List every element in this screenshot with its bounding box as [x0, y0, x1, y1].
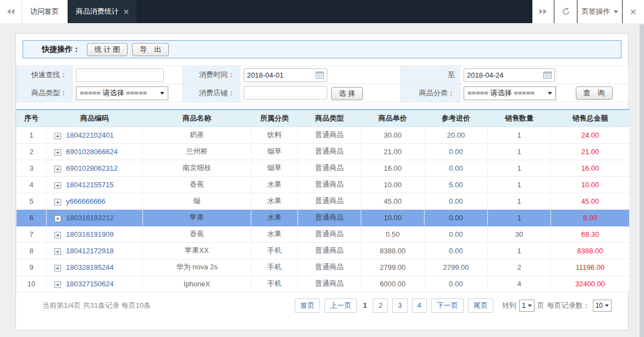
quantity-cell: 4: [488, 275, 551, 292]
unit-price-cell: 0.50: [361, 226, 425, 242]
product-code-link[interactable]: 180316191909: [66, 230, 114, 238]
page-number-button[interactable]: 4: [412, 298, 427, 313]
ref-price-cell: 0.00: [425, 160, 488, 176]
total-amount-cell: 69.30: [551, 226, 630, 242]
column-header[interactable]: 销售数量: [488, 110, 551, 127]
product-name-cell: 香蕉: [143, 226, 251, 242]
choose-shop-button[interactable]: 选 择: [331, 87, 363, 100]
table-row[interactable]: 8+180412172918苹果XX手机普通商品8388.000.0018388…: [16, 242, 630, 259]
app-window: 访问首页 商品消费统计 页签操作: [0, 0, 644, 337]
statistics-chart-button[interactable]: 统 计 图: [87, 43, 128, 56]
unit-price-cell: 8388.00: [361, 242, 425, 259]
column-header[interactable]: 商品单价: [361, 110, 425, 127]
product-code-link[interactable]: y666666666: [66, 197, 106, 205]
date-to-input[interactable]: 2018-04-24: [464, 68, 555, 82]
product-name-cell: 奶茶: [143, 127, 251, 143]
expand-row-icon[interactable]: +: [54, 215, 61, 222]
first-page-button[interactable]: 首页: [295, 298, 320, 313]
table-header-row: 序号商品编码商品名称所属分类商品类型商品单价参考进价销售数量销售总金额: [16, 110, 630, 127]
refresh-button[interactable]: [554, 0, 577, 23]
product-code-cell: +180316193212: [47, 209, 143, 226]
column-header[interactable]: 商品名称: [143, 110, 251, 127]
last-page-button[interactable]: 尾页: [468, 298, 493, 313]
ref-price-cell: 0.00: [425, 143, 488, 160]
unit-price-cell: 16.00: [361, 160, 425, 176]
product-code-link[interactable]: 6901028066624: [66, 148, 118, 156]
page-number-button[interactable]: 2: [373, 298, 388, 313]
product-name-cell: 烟: [143, 193, 251, 209]
expand-row-icon[interactable]: +: [54, 166, 61, 172]
scroll-tabs-right-button[interactable]: [532, 0, 554, 23]
goto-unit-label: 页: [537, 301, 544, 311]
expand-row-icon[interactable]: +: [54, 248, 61, 255]
table-row[interactable]: 2+6901028066624兰州桥烟草普通商品21.000.00121.00: [16, 143, 630, 160]
product-code-link[interactable]: 180328195244: [66, 263, 114, 271]
calendar-icon[interactable]: [543, 72, 552, 79]
table-row[interactable]: 4+180412155715香蕉水果普通商品10.005.00110.00: [16, 176, 630, 193]
product-name-cell: 兰州桥: [143, 143, 251, 160]
shop-input[interactable]: [244, 86, 327, 100]
product-code-link[interactable]: 180327150624: [66, 280, 114, 288]
expand-row-icon[interactable]: +: [54, 265, 61, 271]
close-icon: [630, 9, 636, 15]
table-row[interactable]: 1+180422102401奶茶饮料普通商品30.0020.00124.00: [16, 127, 630, 143]
category-cell: 烟草: [251, 160, 298, 176]
column-header[interactable]: 序号: [16, 110, 47, 127]
quantity-cell: 2: [488, 259, 551, 275]
tab-home[interactable]: 访问首页: [22, 0, 68, 23]
product-code-link[interactable]: 180422102401: [66, 131, 114, 139]
refresh-icon: [562, 7, 570, 16]
table-row[interactable]: 9+180328195244华为 nova 2s手机普通商品2799.00279…: [16, 259, 630, 275]
unit-price-cell: 10.00: [361, 209, 425, 226]
date-from-input[interactable]: 2018-04-01: [244, 68, 327, 82]
product-code-link[interactable]: 180412172918: [66, 247, 114, 255]
product-code-link[interactable]: 180412155715: [66, 181, 114, 189]
column-header[interactable]: 商品类型: [298, 110, 361, 127]
quick-find-input[interactable]: [76, 68, 164, 82]
close-tab-icon[interactable]: [124, 9, 129, 14]
prev-page-button[interactable]: 上一页: [324, 298, 357, 313]
product-name-cell: 苹果XX: [143, 242, 251, 259]
expand-row-icon[interactable]: +: [54, 199, 61, 205]
product-name-cell: 香蕉: [143, 176, 251, 193]
table-row[interactable]: 7+180316191909香蕉水果普通商品0.500.003069.30: [16, 226, 630, 242]
row-number-cell: 4: [16, 176, 47, 193]
table-row[interactable]: 3+6901028062312南京细枝烟草普通商品16.000.00116.00: [16, 160, 630, 176]
table-row[interactable]: 5+y666666666烟水果普通商品45.000.00145.00: [16, 193, 630, 209]
scroll-tabs-left-button[interactable]: [0, 0, 22, 23]
column-header[interactable]: 商品编码: [47, 110, 143, 127]
product-type-select[interactable]: ===== 请选择 =====: [76, 86, 168, 100]
tab-product-consumption-stats[interactable]: 商品消费统计: [68, 0, 137, 23]
expand-row-icon[interactable]: +: [54, 281, 61, 288]
tab-operations-dropdown[interactable]: 页签操作: [577, 0, 622, 23]
expand-row-icon[interactable]: +: [54, 133, 61, 139]
product-code-link[interactable]: 6901028062312: [66, 164, 118, 172]
consume-shop-label: 消费店铺：: [183, 84, 240, 102]
per-page-select[interactable]: 10: [593, 300, 612, 312]
product-code-cell: +y666666666: [47, 193, 143, 209]
expand-row-icon[interactable]: +: [54, 149, 61, 156]
ref-price-cell: 20.00: [425, 127, 488, 143]
vertical-scrollbar[interactable]: [640, 24, 644, 337]
column-header[interactable]: 所属分类: [251, 110, 298, 127]
close-all-tabs-button[interactable]: [622, 0, 644, 23]
content-panel: 快捷操作： 统 计 图 导 出 快速查找： 消费时间： 2018-04-01: [15, 33, 629, 330]
product-category-select[interactable]: ===== 请选择 =====: [464, 86, 556, 100]
product-code-link[interactable]: 180316193212: [66, 214, 114, 222]
expand-row-icon[interactable]: +: [54, 182, 61, 189]
expand-row-icon[interactable]: +: [54, 232, 61, 238]
quick-operations-bar: 快捷操作： 统 计 图 导 出: [23, 40, 621, 58]
table-row[interactable]: 6+180316193212苹果水果普通商品10.000.0018.00: [16, 209, 630, 226]
goto-page-select[interactable]: 1: [519, 300, 535, 312]
next-page-button[interactable]: 下一页: [431, 298, 464, 313]
ref-price-cell: 2799.00: [425, 259, 488, 275]
table-row[interactable]: 10+180327150624IphoneX手机普通商品6000.000.004…: [16, 275, 630, 292]
column-header[interactable]: 销售总金额: [551, 110, 630, 127]
page-number-button[interactable]: 3: [392, 298, 407, 313]
unit-price-cell: 6000.00: [361, 275, 425, 292]
query-button[interactable]: 查 询: [576, 86, 613, 100]
column-header[interactable]: 参考进价: [425, 110, 488, 127]
calendar-icon[interactable]: [316, 72, 324, 79]
goto-page-group: 转到 1 页 每页记录数： 10: [502, 300, 612, 312]
export-button[interactable]: 导 出: [132, 43, 169, 56]
